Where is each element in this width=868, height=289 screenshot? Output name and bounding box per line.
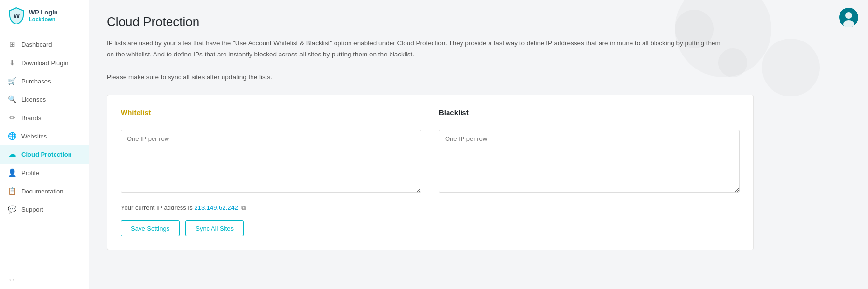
support-icon: 💬 <box>8 205 16 214</box>
sidebar-label-licenses: Licenses <box>21 96 46 103</box>
sidebar-item-cloud-protection[interactable]: ☁ Cloud Protection <box>0 145 89 164</box>
dashboard-icon: ⊞ <box>8 40 16 49</box>
sidebar: W WP Login Lockdown ⊞ Dashboard ⬇ Downlo… <box>0 0 89 289</box>
main-content: Cloud Protection IP lists are used by yo… <box>89 0 868 289</box>
sidebar-label-dashboard: Dashboard <box>21 41 52 48</box>
sidebar-label-cloud-protection: Cloud Protection <box>21 151 72 158</box>
page-title: Cloud Protection <box>107 14 851 29</box>
sidebar-item-download-plugin[interactable]: ⬇ Download Plugin <box>0 54 89 72</box>
description-line1: IP lists are used by your sites that hav… <box>107 38 725 60</box>
sidebar-item-dashboard[interactable]: ⊞ Dashboard <box>0 35 89 54</box>
documentation-icon: 📋 <box>8 187 16 195</box>
cloud-protection-icon: ☁ <box>8 150 16 159</box>
copy-ip-icon[interactable]: ⧉ <box>241 204 246 212</box>
sidebar-item-documentation[interactable]: 📋 Documentation <box>0 182 89 200</box>
user-avatar[interactable] <box>839 8 858 27</box>
sidebar-item-websites[interactable]: 🌐 Websites <box>0 127 89 145</box>
sidebar-item-support[interactable]: 💬 Support <box>0 200 89 219</box>
ip-lists-card: Whitelist Blacklist Your current IP addr… <box>107 95 754 250</box>
blacklist-textarea[interactable] <box>439 130 740 193</box>
sidebar-label-websites: Websites <box>21 133 47 140</box>
lists-row: Whitelist Blacklist <box>121 109 740 194</box>
sidebar-label-profile: Profile <box>21 169 39 177</box>
collapse-arrow[interactable]: ↔ <box>0 271 89 289</box>
websites-icon: 🌐 <box>8 132 16 140</box>
current-ip: 213.149.62.242 <box>194 204 238 211</box>
sidebar-label-documentation: Documentation <box>21 188 63 195</box>
sidebar-item-profile[interactable]: 👤 Profile <box>0 164 89 182</box>
sidebar-item-licenses[interactable]: 🔍 Licenses <box>0 90 89 109</box>
blacklist-label: Blacklist <box>439 109 740 123</box>
actions-row: Save Settings Sync All Sites <box>121 220 740 236</box>
blacklist-col: Blacklist <box>439 109 740 194</box>
whitelist-label: Whitelist <box>121 109 421 123</box>
svg-point-2 <box>845 12 852 19</box>
arrow-icon: ↔ <box>8 275 15 284</box>
sync-all-sites-button[interactable]: Sync All Sites <box>185 220 244 236</box>
logo-text-sub: Lockdown <box>29 16 58 22</box>
avatar-circle <box>839 8 858 27</box>
ip-info-prefix: Your current IP address is <box>121 204 193 211</box>
nav-list: ⊞ Dashboard ⬇ Download Plugin 🛒 Purchase… <box>0 31 89 271</box>
brands-icon: ✏ <box>8 113 16 122</box>
sidebar-label-download-plugin: Download Plugin <box>21 59 69 67</box>
ip-info: Your current IP address is 213.149.62.24… <box>121 204 740 212</box>
sidebar-item-brands[interactable]: ✏ Brands <box>0 109 89 127</box>
sidebar-label-purchases: Purchases <box>21 78 51 85</box>
logo-area: W WP Login Lockdown <box>0 0 89 31</box>
logo-icon: W <box>8 7 25 24</box>
purchases-icon: 🛒 <box>8 77 16 85</box>
description-line2: Please make sure to sync all sites after… <box>107 72 725 83</box>
profile-icon: 👤 <box>8 168 16 177</box>
licenses-icon: 🔍 <box>8 95 16 104</box>
download-icon: ⬇ <box>8 58 16 67</box>
sidebar-label-brands: Brands <box>21 114 41 122</box>
whitelist-col: Whitelist <box>121 109 421 194</box>
sidebar-item-purchases[interactable]: 🛒 Purchases <box>0 72 89 90</box>
svg-text:W: W <box>14 12 20 20</box>
logo-text-main: WP Login <box>29 9 58 16</box>
save-settings-button[interactable]: Save Settings <box>121 220 180 236</box>
whitelist-textarea[interactable] <box>121 130 421 193</box>
sidebar-label-support: Support <box>21 206 43 213</box>
